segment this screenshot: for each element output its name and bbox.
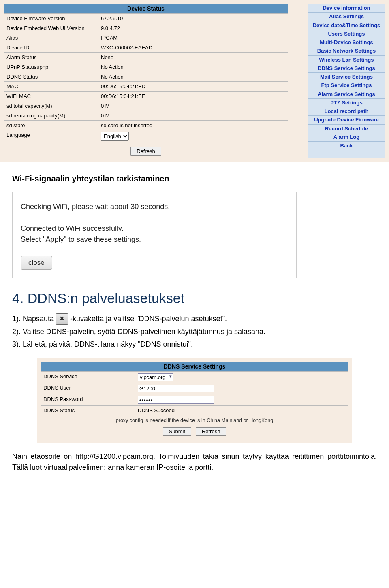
row-value: None	[98, 52, 288, 62]
ddns-password-row: DDNS Password ••••••	[41, 394, 348, 405]
step1-text-b: -kuvaketta ja valitse "DDNS-palvelun ase…	[70, 315, 227, 323]
row-value: WXO-000002-EAEAD	[98, 43, 288, 52]
row-key: WIFI MAC	[4, 91, 98, 101]
ddns-panel-title: DDNS Service Settings	[41, 362, 348, 371]
row-key: DDNS User	[41, 383, 135, 394]
device-status-panel: Device Status Device Firmware Version67.…	[4, 4, 288, 158]
wifi-check-screenshot: Checking WiFi, please wait about 30 seco…	[12, 192, 297, 278]
sidebar-item-alarm-log[interactable]: Alarm Log	[308, 133, 385, 142]
table-row: sd total capacity(M)0 M	[4, 101, 288, 111]
row-value: sd card is not inserted	[98, 120, 288, 130]
row-key: UPnP Statusupnp	[4, 62, 98, 72]
step1-text-a: 1). Napsauta	[12, 315, 54, 323]
table-row: WIFI MAC00:D6:15:04:21:FE	[4, 91, 288, 101]
section-4-title: 4. DDNS:n palveluasetukset	[12, 290, 377, 306]
row-key: Device Firmware Version	[4, 13, 98, 23]
table-row: MAC00:D6:15:04:21:FD	[4, 81, 288, 91]
sidebar-item-mail-service-settings[interactable]: Mail Service Settings	[308, 73, 385, 81]
sidebar-item-back[interactable]: Back	[308, 142, 385, 150]
sidebar-item-ptz-settings[interactable]: PTZ Settings	[308, 99, 385, 107]
settings-side-menu: Device information Alias Settings Device…	[308, 4, 385, 158]
ddns-status-row: DDNS Status DDNS Succeed	[41, 405, 348, 415]
wifi-apply-text: Select "Apply" to save these settings.	[21, 235, 288, 244]
row-key: Device Embeded Web UI Version	[4, 23, 98, 33]
device-status-title: Device Status	[4, 4, 288, 13]
row-key: sd state	[4, 120, 98, 130]
language-select[interactable]: English	[101, 132, 129, 141]
row-key: Alias	[4, 33, 98, 43]
row-value: 00:D6:15:04:21:FE	[98, 91, 288, 101]
step3-text: 3). Lähetä, päivitä, DDNS-tilana näkyy "…	[12, 339, 377, 350]
table-row: Device Firmware Version67.2.6.10	[4, 13, 288, 23]
table-row: Device IDWXO-000002-EAEAD	[4, 43, 288, 52]
refresh-button[interactable]: Refresh	[196, 427, 227, 436]
row-value: No Action	[98, 72, 288, 81]
table-row: sd statesd card is not inserted	[4, 120, 288, 130]
ddns-service-select[interactable]: vipcam.org	[138, 373, 173, 381]
tools-icon	[56, 313, 68, 325]
row-key: sd remaining capacity(M)	[4, 111, 98, 120]
footer-paragraph: Näin etäosoite on http://G1200.vipcam.or…	[12, 451, 377, 473]
sidebar-item-record-schedule[interactable]: Record Schedule	[308, 125, 385, 133]
close-button[interactable]: close	[21, 256, 52, 270]
row-value: 0 M	[98, 101, 288, 111]
sidebar-item-device-information[interactable]: Device information	[308, 4, 385, 13]
row-value: 67.2.6.10	[98, 13, 288, 23]
refresh-row: Refresh	[4, 142, 288, 158]
sidebar-item-alarm-service-settings[interactable]: Alarm Service Settings	[308, 90, 385, 99]
sidebar-item-multi-device-settings[interactable]: Multi-Device Settings	[308, 38, 385, 47]
row-key: DDNS Service	[41, 371, 135, 383]
ddns-service-row: DDNS Service vipcam.org	[41, 371, 348, 383]
wifi-checking-text: Checking WiFi, please wait about 30 seco…	[21, 202, 288, 211]
ddns-status-value: DDNS Succeed	[135, 405, 348, 415]
sidebar-item-datetime-settings[interactable]: Device date&Time Settings	[308, 21, 385, 30]
sidebar-item-local-record-path[interactable]: Local record path	[308, 107, 385, 116]
table-row: AliasIPCAM	[4, 33, 288, 43]
sidebar-item-alias-settings[interactable]: Alias Settings	[308, 13, 385, 21]
refresh-button[interactable]: Refresh	[130, 147, 161, 156]
row-value: 9.0.4.72	[98, 23, 288, 33]
step2-text: 2). Valitse DDNS-palvelin, syötä DDNS-pa…	[12, 326, 377, 337]
ddns-user-input[interactable]	[138, 385, 214, 392]
proxy-config-note: proxy config is needed if the device is …	[41, 415, 348, 427]
row-key: Device ID	[4, 43, 98, 52]
ddns-password-input[interactable]: ••••••	[138, 396, 214, 404]
table-row: UPnP StatusupnpNo Action	[4, 62, 288, 72]
table-row: DDNS StatusNo Action	[4, 72, 288, 81]
table-row: sd remaining capacity(M)0 M	[4, 111, 288, 120]
sidebar-item-wireless-lan-settings[interactable]: Wireless Lan Settings	[308, 56, 385, 64]
row-value: 00:D6:15:04:21:FD	[98, 81, 288, 91]
wifi-connected-text: Connected to WiFi successfully.	[21, 224, 288, 233]
row-key: DDNS Status	[41, 405, 135, 415]
ddns-settings-screenshot: DDNS Service Settings DDNS Service vipca…	[37, 358, 352, 443]
row-key: Alarm Status	[4, 52, 98, 62]
language-row: Language English	[4, 130, 288, 142]
row-key: MAC	[4, 81, 98, 91]
ddns-steps: 1). Napsauta -kuvaketta ja valitse "DDNS…	[12, 313, 377, 350]
row-key: DDNS Status	[4, 72, 98, 81]
language-label: Language	[4, 130, 98, 142]
sidebar-item-ftp-service-settings[interactable]: Ftp Service Settings	[308, 81, 385, 90]
row-value: No Action	[98, 62, 288, 72]
sidebar-item-basic-network-settings[interactable]: Basic Network Settings	[308, 47, 385, 55]
sidebar-item-ddns-service-settings[interactable]: DDNS Service Settings	[308, 64, 385, 73]
sidebar-item-upgrade-firmware[interactable]: Upgrade Device Firmware	[308, 116, 385, 124]
row-key: sd total capacity(M)	[4, 101, 98, 111]
wifi-check-heading: Wi-Fi-signaalin yhteystilan tarkistamine…	[12, 174, 377, 183]
table-row: Alarm StatusNone	[4, 52, 288, 62]
submit-button[interactable]: Submit	[163, 427, 191, 436]
table-row: Device Embeded Web UI Version9.0.4.72	[4, 23, 288, 33]
row-value: IPCAM	[98, 33, 288, 43]
ddns-user-row: DDNS User	[41, 383, 348, 394]
device-status-screenshot: Device Status Device Firmware Version67.…	[0, 0, 389, 162]
row-key: DDNS Password	[41, 394, 135, 405]
row-value: 0 M	[98, 111, 288, 120]
sidebar-item-users-settings[interactable]: Users Settings	[308, 30, 385, 38]
